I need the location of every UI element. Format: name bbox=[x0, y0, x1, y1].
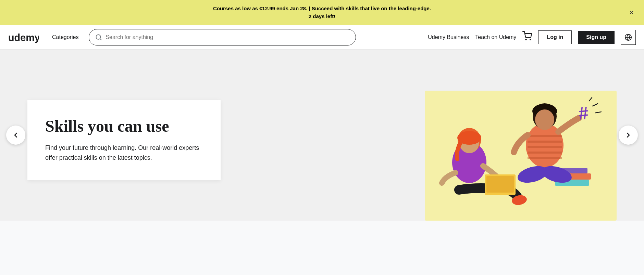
categories-button[interactable]: Categories bbox=[48, 31, 83, 43]
hero-title: Skills you can use bbox=[45, 117, 203, 135]
svg-point-3 bbox=[526, 39, 527, 40]
language-button[interactable] bbox=[621, 30, 636, 45]
svg-point-19 bbox=[535, 109, 554, 130]
svg-rect-15 bbox=[528, 152, 562, 154]
search-icon bbox=[95, 34, 102, 41]
banner-close-button[interactable]: × bbox=[629, 8, 634, 17]
nav-right: Udemy Business Teach on Udemy Log in Sig… bbox=[428, 30, 636, 45]
svg-rect-14 bbox=[528, 146, 562, 148]
globe-icon bbox=[624, 34, 632, 41]
svg-rect-13 bbox=[528, 141, 562, 143]
signup-button[interactable]: Sign up bbox=[578, 31, 615, 44]
carousel-next-button[interactable] bbox=[619, 126, 638, 145]
banner-line1: Courses as low as €12.99 ends Jan 28. | … bbox=[213, 5, 431, 11]
search-bar bbox=[89, 29, 356, 45]
svg-text:udemy: udemy bbox=[8, 32, 39, 43]
carousel-prev-button[interactable] bbox=[6, 126, 25, 145]
svg-rect-16 bbox=[528, 157, 562, 159]
teach-on-udemy-link[interactable]: Teach on Udemy bbox=[475, 34, 516, 40]
promo-banner: Courses as low as €12.99 ends Jan 28. | … bbox=[0, 0, 644, 25]
chevron-left-icon bbox=[12, 131, 20, 139]
hero-illustration: # bbox=[404, 50, 644, 221]
svg-line-2 bbox=[100, 38, 101, 40]
hero-subtitle: Find your future through learning. Our r… bbox=[45, 143, 203, 163]
chevron-right-icon bbox=[624, 131, 632, 139]
logo-svg: udemy bbox=[8, 31, 39, 43]
udemy-logo[interactable]: udemy bbox=[8, 31, 39, 43]
hero-card: Skills you can use Find your future thro… bbox=[27, 100, 221, 181]
svg-text:#: # bbox=[578, 103, 589, 123]
udemy-business-link[interactable]: Udemy Business bbox=[428, 34, 469, 40]
svg-point-4 bbox=[530, 39, 531, 40]
cart-icon[interactable] bbox=[522, 31, 532, 43]
banner-line2: 2 days left! bbox=[309, 13, 335, 19]
main-navbar: udemy Categories Udemy Business Teach on… bbox=[0, 25, 644, 50]
hero-content: Skills you can use Find your future thro… bbox=[27, 100, 221, 181]
svg-rect-12 bbox=[528, 135, 562, 137]
search-input[interactable] bbox=[106, 34, 349, 40]
svg-rect-29 bbox=[486, 176, 514, 193]
hero-section: Skills you can use Find your future thro… bbox=[0, 50, 644, 221]
hero-illustration-svg: # bbox=[411, 53, 623, 221]
banner-text: Courses as low as €12.99 ends Jan 28. | … bbox=[213, 5, 431, 19]
login-button[interactable]: Log in bbox=[538, 30, 572, 44]
